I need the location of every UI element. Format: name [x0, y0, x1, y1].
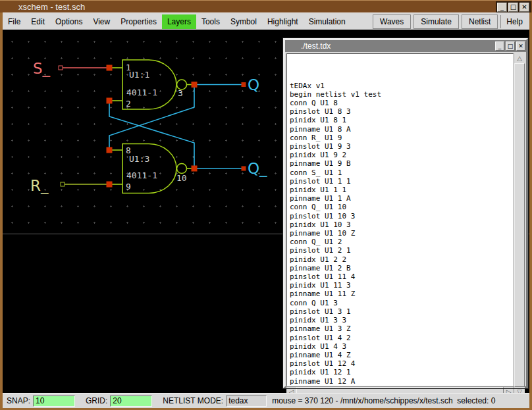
- menu-action-button[interactable]: Simulate: [413, 14, 459, 29]
- gate-u1-1[interactable]: 1 2 3 U1:1 4011-1: [109, 60, 194, 109]
- menu-item[interactable]: Symbol: [225, 14, 262, 29]
- netlist-line: pinslot U1 11 4: [290, 272, 513, 281]
- scroll-right-icon[interactable]: ▷: [504, 387, 514, 393]
- netlist-line: pinidx U1 8 1: [290, 116, 513, 124]
- netlist-line: pinname U1 3 Z: [290, 324, 513, 333]
- netlist-text[interactable]: tEDAx v1begin netlist v1 testconn Q U1 8…: [286, 53, 514, 386]
- svg-text:U1:3: U1:3: [129, 154, 149, 164]
- grid-input[interactable]: [110, 396, 152, 407]
- svg-text:10: 10: [176, 173, 187, 183]
- svg-text:4011-1: 4011-1: [126, 88, 157, 97]
- netlist-line: conn Q_ U1 10: [290, 203, 513, 211]
- tdx-dialog-controls: _□✕: [495, 41, 526, 51]
- menu-right: WavesSimulateNetlist Help: [373, 14, 529, 29]
- dialog-control-button[interactable]: _: [495, 41, 504, 51]
- xschem-window: xschem - test.sch _□✕ FileEditOptionsVie…: [0, 0, 532, 410]
- svg-text:U1:1: U1:1: [129, 70, 149, 80]
- window-title: xschem - test.sch: [18, 2, 85, 12]
- svg-text:2: 2: [126, 99, 131, 109]
- netlist-line: pinslot U1 1 1: [290, 177, 513, 186]
- netlist-line: pinname U1 4 Z: [290, 351, 513, 359]
- menu-item[interactable]: Layers: [162, 14, 196, 29]
- titlebar[interactable]: xschem - test.sch _□✕: [0, 0, 532, 13]
- netlist-line: pinname U1 12 A: [290, 377, 513, 386]
- netlist-line: pinslot U1 4 2: [290, 334, 513, 342]
- netlist-line: conn Q U1 3: [290, 299, 513, 307]
- status-info: mouse = 370 120 - /mnt/x/home/schippes/x…: [272, 396, 495, 405]
- tdx-dialog[interactable]: ./test.tdx _□✕ tEDAx v1begin netlist v1 …: [283, 38, 528, 388]
- menu-items: FileEditOptionsViewPropertiesLayersTools…: [3, 14, 351, 29]
- netlist-mode-label: NETLIST MODE:: [163, 396, 223, 405]
- window-control-button[interactable]: □: [508, 3, 518, 12]
- netlist-line: pinslot U1 10 3: [290, 212, 513, 220]
- vertical-scrollbar[interactable]: △ ▽: [514, 53, 525, 393]
- netlist-mode-input[interactable]: [226, 396, 267, 407]
- netlist-line: pinidx U1 1 1: [290, 186, 513, 194]
- tdx-dialog-title: ./test.tdx: [301, 41, 331, 51]
- netlist-line: pinname U1 9 B: [290, 159, 513, 168]
- netlist-line: pinslot U1 8 3: [290, 107, 513, 116]
- netlist-line: pinname U1 2 B: [290, 264, 513, 272]
- scroll-up-icon[interactable]: △: [514, 53, 525, 63]
- menu-action-buttons: WavesSimulateNetlist: [373, 14, 500, 29]
- menu-item[interactable]: Properties: [115, 14, 162, 29]
- net-qbar[interactable]: Q_: [109, 101, 267, 177]
- menu-item[interactable]: Options: [50, 14, 88, 29]
- menu-item-help[interactable]: Help: [500, 15, 528, 28]
- vertical-scrollbar-thumb[interactable]: [514, 63, 525, 387]
- netlist-line: pinname U1 1 A: [290, 194, 513, 203]
- menu-action-button[interactable]: Netlist: [462, 14, 498, 29]
- menu-item[interactable]: View: [88, 14, 115, 29]
- window-control-button[interactable]: ✕: [519, 3, 529, 12]
- svg-text:Q_: Q_: [248, 160, 267, 177]
- netlist-line: pinidx U1 3 3: [290, 316, 513, 324]
- netlist-line: pinidx U1 2 2: [290, 255, 513, 264]
- menu-item[interactable]: Simulation: [304, 14, 351, 29]
- schematic-canvas[interactable]: S_ R_ Q Q_: [3, 30, 529, 393]
- svg-text:R_: R_: [30, 177, 49, 194]
- net-r[interactable]: R_: [30, 177, 107, 194]
- snap-input[interactable]: [33, 396, 75, 407]
- netlist-line: conn S_ U1 1: [290, 168, 513, 177]
- netlist-line: pinidx U1 11 3: [290, 281, 513, 290]
- netlist-line: conn R_ U1 9: [290, 134, 513, 142]
- menu-action-button[interactable]: Waves: [373, 14, 411, 29]
- horizontal-scrollbar[interactable]: ◁ ▷: [286, 386, 514, 393]
- menu-item[interactable]: Highlight: [262, 14, 304, 29]
- menu-item[interactable]: Edit: [26, 14, 50, 29]
- tdx-dialog-titlebar[interactable]: ./test.tdx _□✕: [285, 40, 526, 52]
- svg-text:9: 9: [126, 182, 131, 192]
- netlist-line: pinslot U1 12 4: [290, 359, 513, 368]
- netlist-line: pinslot U1 2 1: [290, 246, 513, 255]
- window-control-button[interactable]: _: [497, 3, 507, 12]
- scroll-left-icon[interactable]: ◁: [286, 387, 296, 393]
- svg-text:3: 3: [178, 88, 183, 98]
- netlist-line: tEDAx v1: [290, 82, 513, 90]
- connection-points: [107, 65, 198, 188]
- horizontal-scrollbar-thumb[interactable]: [296, 387, 504, 393]
- net-s[interactable]: S_: [33, 60, 107, 77]
- window-controls: _□✕: [496, 1, 531, 13]
- grid-label: GRID:: [86, 396, 107, 405]
- dialog-control-button[interactable]: ✕: [516, 41, 525, 51]
- netlist-line: pinslot U1 9 3: [290, 142, 513, 151]
- dialog-control-button[interactable]: □: [506, 41, 515, 51]
- netlist-line: conn Q U1 8: [290, 99, 513, 107]
- netlist-line: pinname U1 8 A: [290, 125, 513, 134]
- gate-u1-3[interactable]: 8 9 10 U1:3 4011-1: [109, 144, 194, 193]
- netlist-line: pinslot U1 3 1: [290, 307, 513, 316]
- netlist-line: pinidx U1 12 1: [290, 368, 513, 376]
- netlist-line: pinidx U1 9 2: [290, 151, 513, 159]
- netlist-line: pinname U1 10 Z: [290, 229, 513, 238]
- netlist-line: pinname U1 11 Z: [290, 290, 513, 298]
- statusbar: SNAP: GRID: NETLIST MODE: mouse = 370 12…: [3, 393, 529, 408]
- netlist-line: conn Q_ U1 2: [290, 238, 513, 246]
- netlist-line: pinidx U1 4 3: [290, 342, 513, 351]
- netlist-line: pinidx U1 10 3: [290, 220, 513, 229]
- menu-item[interactable]: File: [3, 14, 26, 29]
- menu-item[interactable]: Tools: [196, 14, 225, 29]
- tdx-dialog-body: tEDAx v1begin netlist v1 testconn Q U1 8…: [286, 53, 525, 393]
- svg-text:S_: S_: [33, 60, 51, 77]
- snap-label: SNAP:: [7, 396, 30, 405]
- scroll-down-icon[interactable]: ▽: [514, 387, 525, 393]
